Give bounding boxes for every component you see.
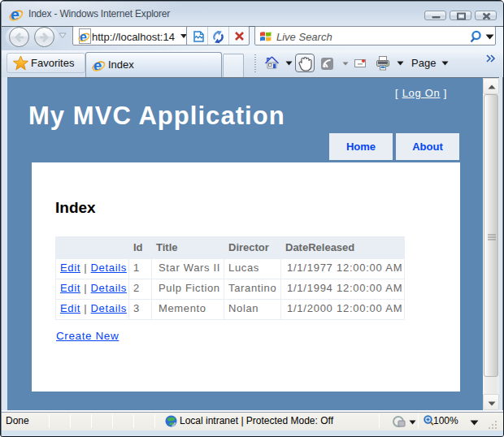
svg-text:e: e xyxy=(80,30,87,44)
